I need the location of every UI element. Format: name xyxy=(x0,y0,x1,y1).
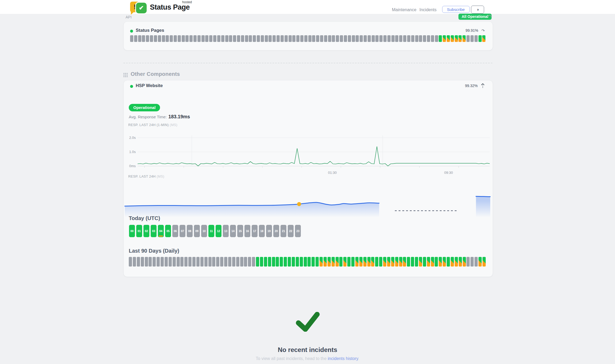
uptime-bar[interactable] xyxy=(470,35,474,42)
uptime-bar[interactable] xyxy=(352,35,355,42)
hour-block-00[interactable]: 00 xyxy=(129,225,135,237)
uptime-bar[interactable] xyxy=(332,35,335,42)
uptime-bar[interactable] xyxy=(411,35,414,42)
day-block[interactable] xyxy=(328,257,331,267)
uptime-bar[interactable] xyxy=(289,35,292,42)
day-block[interactable] xyxy=(312,257,315,267)
day-block[interactable] xyxy=(347,257,351,267)
uptime-bar[interactable] xyxy=(435,35,438,42)
day-block[interactable] xyxy=(320,257,323,267)
day-block[interactable] xyxy=(383,257,386,267)
uptime-bar[interactable] xyxy=(241,35,244,42)
day-block[interactable] xyxy=(252,257,255,267)
day-block[interactable] xyxy=(415,257,418,267)
day-block[interactable] xyxy=(280,257,283,267)
day-block[interactable] xyxy=(431,257,434,267)
uptime-bar[interactable] xyxy=(451,35,454,42)
uptime-bar[interactable] xyxy=(328,35,331,42)
chart2-highlight-dot[interactable] xyxy=(297,202,301,206)
uptime-bar[interactable] xyxy=(364,35,367,42)
day-block[interactable] xyxy=(455,257,458,267)
uptime-bar[interactable] xyxy=(312,35,315,42)
day-block[interactable] xyxy=(272,257,275,267)
hour-block-23[interactable]: 23 xyxy=(295,225,301,237)
day-block[interactable] xyxy=(463,257,466,267)
uptime-bar[interactable] xyxy=(182,35,185,42)
day-block[interactable] xyxy=(216,257,219,267)
hour-block-10[interactable]: 10 xyxy=(201,225,207,237)
uptime-bar[interactable] xyxy=(348,35,351,42)
overall-status-badge[interactable]: All Operational xyxy=(458,14,492,20)
day-block[interactable] xyxy=(391,257,394,267)
uptime-bar[interactable] xyxy=(316,35,319,42)
uptime-bar[interactable] xyxy=(395,35,398,42)
day-block[interactable] xyxy=(470,257,474,267)
hour-block-21[interactable]: 21 xyxy=(281,225,286,237)
day-block[interactable] xyxy=(478,257,482,267)
uptime-bar[interactable] xyxy=(285,35,288,42)
uptime-bar[interactable] xyxy=(277,35,280,42)
hour-block-04[interactable]: 04 xyxy=(158,225,164,237)
uptime-bar[interactable] xyxy=(162,35,165,42)
day-block[interactable] xyxy=(149,257,152,267)
nav-incidents-link[interactable]: Incidents xyxy=(419,7,437,12)
day-block[interactable] xyxy=(447,257,450,267)
day-block[interactable] xyxy=(228,257,231,267)
day-block[interactable] xyxy=(339,257,342,267)
day-block[interactable] xyxy=(169,257,172,267)
day-block[interactable] xyxy=(439,257,442,267)
day-block[interactable] xyxy=(371,257,374,267)
day-block[interactable] xyxy=(137,257,140,267)
hour-block-18[interactable]: 18 xyxy=(259,225,265,237)
uptime-bar[interactable] xyxy=(138,35,141,42)
day-block[interactable] xyxy=(133,257,136,267)
uptime-bar[interactable] xyxy=(478,35,482,42)
logo[interactable]: ! ✔ Status Page hosted xyxy=(130,2,190,13)
component-name-hsp-website[interactable]: HSP Website xyxy=(136,83,163,88)
day-block[interactable] xyxy=(451,257,454,267)
uptime-bar[interactable] xyxy=(233,35,236,42)
uptime-bar[interactable] xyxy=(189,35,193,42)
uptime-bar[interactable] xyxy=(439,35,442,42)
day-block[interactable] xyxy=(208,257,212,267)
uptime-bar[interactable] xyxy=(419,35,422,42)
day-block[interactable] xyxy=(304,257,307,267)
hour-block-01[interactable]: 01 xyxy=(136,225,142,237)
day-block[interactable] xyxy=(165,257,168,267)
nav-maintenance-link[interactable]: Maintenance xyxy=(392,7,417,12)
day-block[interactable] xyxy=(240,257,243,267)
uptime-bar[interactable] xyxy=(249,35,252,42)
uptime-bar[interactable] xyxy=(368,35,371,42)
uptime-bar[interactable] xyxy=(336,35,339,42)
day-block[interactable] xyxy=(423,257,426,267)
uptime-bar[interactable] xyxy=(257,35,260,42)
hour-block-02[interactable]: 02 xyxy=(143,225,149,237)
day-block[interactable] xyxy=(379,257,382,267)
uptime-bar[interactable] xyxy=(146,35,149,42)
day-block[interactable] xyxy=(184,257,188,267)
day-block[interactable] xyxy=(300,257,303,267)
hour-block-16[interactable]: 16 xyxy=(244,225,250,237)
day-block[interactable] xyxy=(244,257,247,267)
day-block[interactable] xyxy=(296,257,299,267)
hour-block-22[interactable]: 22 xyxy=(288,225,294,237)
uptime-bar[interactable] xyxy=(324,35,327,42)
uptime-bar[interactable] xyxy=(403,35,406,42)
day-block[interactable] xyxy=(435,257,438,267)
day-block[interactable] xyxy=(427,257,430,267)
day-block[interactable] xyxy=(375,257,378,267)
uptime-bar[interactable] xyxy=(217,35,220,42)
uptime-bar[interactable] xyxy=(166,35,169,42)
day-block[interactable] xyxy=(284,257,287,267)
day-block[interactable] xyxy=(399,257,402,267)
uptime-bar[interactable] xyxy=(466,35,470,42)
day-block[interactable] xyxy=(260,257,263,267)
uptime-bar[interactable] xyxy=(415,35,418,42)
day-block[interactable] xyxy=(264,257,267,267)
day-block[interactable] xyxy=(395,257,398,267)
hour-block-17[interactable]: 17 xyxy=(252,225,258,237)
day-block[interactable] xyxy=(351,257,355,267)
uptime-bar[interactable] xyxy=(320,35,323,42)
uptime-bar[interactable] xyxy=(150,35,153,42)
uptime-bar[interactable] xyxy=(268,35,272,42)
